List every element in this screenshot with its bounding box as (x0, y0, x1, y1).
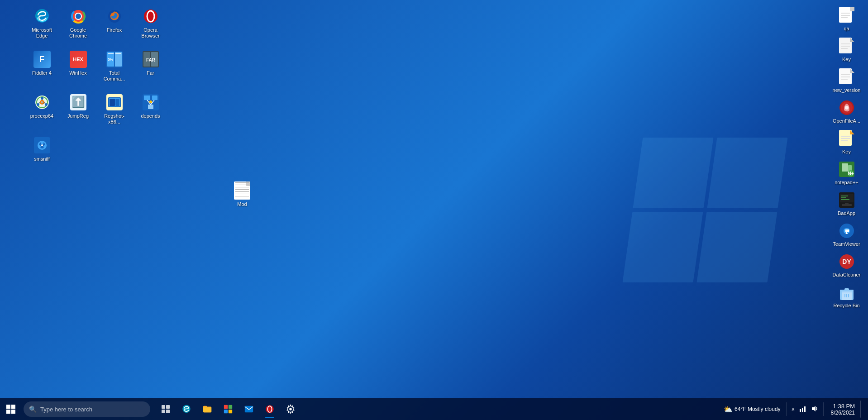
icon-label-qa-file: qa (844, 26, 849, 31)
icon-firefox[interactable]: Firefox (97, 5, 131, 45)
svg-point-50 (41, 144, 43, 146)
icon-regshot-x86[interactable]: Regshot-x86... (97, 91, 131, 131)
icon-key-file-1[interactable]: Key (827, 35, 866, 64)
svg-text:⬆️: ⬆️ (72, 95, 85, 108)
system-tray: ⛅ 64°F Mostly cloudy ∧ (718, 400, 868, 418)
icon-label-badapp: BadApp (838, 210, 855, 216)
tray-show-desktop[interactable] (860, 400, 864, 418)
icon-jumpreg[interactable]: ⬆️ JumpReg (61, 91, 95, 131)
tray-overflow-button[interactable]: ∧ (790, 404, 796, 414)
icon-label-opera-browser: Opera Browser (135, 27, 166, 39)
desktop: Microsoft Edge Google Chrome (0, 0, 868, 420)
icon-label-far: Far (147, 70, 154, 76)
tray-weather[interactable]: ⛅ 64°F Mostly cloudy (722, 403, 782, 415)
taskbar-task-view-button[interactable] (156, 399, 176, 419)
icon-openfile-app[interactable]: OpenFileA... (827, 97, 866, 125)
svg-rect-97 (224, 410, 228, 413)
icon-label-smsniff: smsniff (34, 156, 50, 162)
icon-label-depends: depends (141, 113, 160, 119)
taskbar-settings-icon (286, 404, 296, 414)
svg-rect-92 (162, 410, 165, 413)
tray-audio-icon[interactable] (810, 403, 820, 415)
clock-time: 1:38 PM (833, 403, 855, 410)
start-button[interactable] (0, 398, 22, 420)
svg-point-102 (289, 408, 292, 410)
svg-point-66 (845, 106, 849, 110)
total-commander-icon: 5% (105, 50, 124, 68)
svg-point-25 (45, 103, 48, 106)
icon-smsniff[interactable]: smsniff (25, 134, 59, 174)
icon-key-file-2[interactable]: Key (827, 128, 866, 156)
svg-rect-35 (110, 99, 115, 106)
icon-label-mod-file: Mod (237, 201, 247, 207)
weather-text: 64°F Mostly cloudy (734, 406, 781, 412)
far-icon: FAR (142, 50, 160, 68)
icon-depends[interactable]: depends (134, 91, 167, 131)
depends-icon (142, 93, 160, 111)
icon-teamviewer[interactable]: TeamViewer (827, 220, 866, 248)
taskbar-settings-button[interactable] (281, 399, 300, 419)
svg-rect-96 (229, 405, 232, 409)
icon-opera-browser[interactable]: Opera Browser (134, 5, 167, 45)
winhex-icon: HEX (69, 50, 87, 68)
icon-mod-file[interactable]: Mod (226, 179, 258, 210)
svg-rect-40 (148, 105, 153, 109)
icon-badapp[interactable]: BadApp (827, 189, 866, 218)
svg-rect-56 (839, 38, 852, 53)
taskbar-opera-button[interactable] (260, 399, 280, 419)
svg-text:DY: DY (842, 258, 851, 265)
icon-label-winhex: WinHex (69, 70, 87, 76)
procexp64-icon: 🔍 (33, 93, 51, 111)
svg-point-100 (266, 405, 273, 413)
icon-datacleaner[interactable]: DY DataCleaner (827, 251, 866, 279)
svg-rect-104 (802, 408, 803, 412)
icon-far[interactable]: FAR Far (134, 48, 167, 88)
icon-label-recycle-bin: Recycle Bin (833, 303, 859, 308)
taskbar-edge-button[interactable] (176, 399, 196, 419)
taskbar-store-button[interactable] (218, 399, 238, 419)
badapp-icon (838, 191, 856, 209)
svg-text:5%: 5% (108, 57, 113, 62)
taskbar-explorer-button[interactable] (197, 399, 217, 419)
taskbar-clock[interactable]: 1:38 PM 8/26/2021 (827, 403, 858, 416)
icon-fiddler4[interactable]: F Fiddler 4 (25, 48, 59, 88)
windows-start-icon (6, 405, 15, 414)
svg-point-23 (41, 97, 43, 100)
icon-notepadpp[interactable]: N+ notepad++ (827, 158, 866, 187)
key-file-2-icon (838, 129, 856, 148)
svg-rect-93 (166, 410, 170, 413)
icon-total-commander[interactable]: 5% Total Comma... (97, 48, 131, 88)
audio-icon (811, 405, 818, 412)
google-chrome-icon (69, 7, 87, 25)
jumpreg-icon: ⬆️ (69, 93, 87, 111)
svg-rect-81 (842, 204, 852, 206)
icon-label-openfile-app: OpenFileA... (833, 118, 860, 124)
icon-google-chrome[interactable]: Google Chrome (61, 5, 95, 45)
icon-procexp64[interactable]: 🔍 procexp64 (25, 91, 59, 131)
desktop-icons-right: qa Key (827, 5, 866, 310)
taskbar-mail-button[interactable] (239, 399, 259, 419)
icon-qa-file[interactable]: qa (827, 5, 866, 33)
openfile-app-icon (838, 99, 856, 117)
taskbar-search-box[interactable]: 🔍 Type here to search (24, 401, 150, 417)
icon-label-new-version: new_version (833, 87, 861, 93)
icon-winhex[interactable]: HEX WinHex (61, 48, 95, 88)
svg-point-48 (38, 145, 41, 148)
fiddler4-icon: F (33, 50, 51, 68)
svg-point-43 (149, 100, 152, 103)
svg-rect-38 (144, 95, 150, 100)
smsniff-icon (33, 136, 51, 154)
svg-rect-60 (839, 68, 852, 84)
icon-label-fiddler4: Fiddler 4 (32, 70, 52, 76)
recycle-bin-icon (838, 283, 856, 301)
qa-file-icon (838, 6, 856, 24)
icon-label-regshot-x86: Regshot-x86... (99, 113, 129, 125)
svg-rect-36 (115, 99, 119, 106)
desktop-icons-left: Microsoft Edge Google Chrome (25, 5, 167, 174)
svg-rect-89 (840, 290, 854, 291)
icon-new-version[interactable]: new_version (827, 66, 866, 95)
icon-microsoft-edge[interactable]: Microsoft Edge (25, 5, 59, 45)
tray-network-icon[interactable] (798, 403, 808, 415)
opera-browser-icon (142, 7, 160, 25)
icon-recycle-bin[interactable]: Recycle Bin (827, 282, 866, 310)
